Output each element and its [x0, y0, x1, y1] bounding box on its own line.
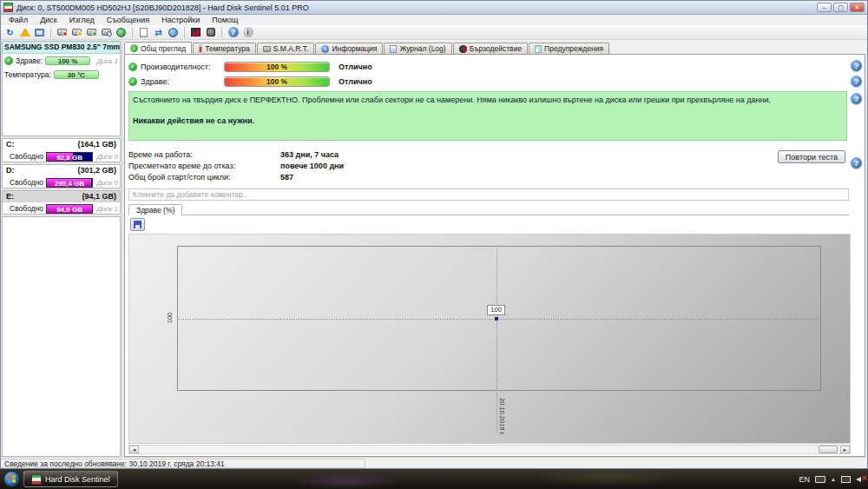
health-label: Здраве: — [141, 77, 220, 86]
device-health-label: Здраве: — [16, 56, 43, 65]
taskbar: Hard Disk Sentinel EN ▲ ✕ — [0, 469, 868, 489]
menu-bar: Файл Диск Изглед Съобщения Настройки Пом… — [1, 15, 867, 25]
monitor-icon[interactable] — [33, 26, 46, 38]
power-on-time-value: 363 дни, 7 часа — [280, 150, 339, 159]
health-history-chart[interactable]: 100 20.10.2019 г. 100 — [128, 234, 851, 444]
help-performance-icon[interactable]: ? — [851, 60, 862, 71]
device-card[interactable]: SAMSUNG SSD PM830 2.5" 7mm 128GB (1 ✓ Зд… — [2, 41, 121, 136]
save-icon — [134, 221, 141, 228]
scroll-thumb[interactable] — [819, 446, 838, 453]
performance-ok-icon: ✓ — [128, 63, 137, 71]
tab-performance[interactable]: Бързодействие — [453, 43, 528, 54]
help-icon[interactable]: ? — [227, 26, 240, 38]
volume-card-d[interactable]: D: (301,2 GB) Свободно 295,4 GB Диск 0 — [2, 164, 121, 188]
volume-card-c[interactable]: C: (164,1 GB) Свободно 92,8 GB Диск 0 — [2, 138, 121, 162]
toolbar: ↻ ⇄ ? i — [1, 25, 867, 40]
show-hidden-icons-arrow[interactable]: ▲ — [831, 477, 836, 482]
tab-overview[interactable]: ✓ Общ преглед — [124, 42, 192, 54]
performance-icon[interactable] — [189, 26, 202, 38]
report-icon[interactable] — [137, 26, 150, 38]
window-title: Диск: 0, ST500DM005 HD502HJ [S20BJ90D201… — [16, 3, 817, 12]
acoustic-icon[interactable] — [204, 26, 217, 38]
tab-information[interactable]: i Информация — [315, 43, 383, 54]
start-stop-count-label: Общ брой старт/стоп цикли: — [128, 173, 280, 182]
menu-file[interactable]: Файл — [3, 15, 34, 25]
volume-disk-tag: Диск 1 — [96, 205, 118, 213]
lifetime-remaining-value: повече 1000 дни — [280, 162, 344, 170]
performance-row: ✓ Производителност: 100 % Отлично — [128, 59, 861, 74]
language-indicator[interactable]: EN — [799, 475, 811, 484]
disk-test-icon[interactable] — [70, 26, 83, 38]
tab-smart[interactable]: S.M.A.R.T. — [257, 43, 315, 54]
toolbar-separator — [50, 27, 51, 38]
volume-card-e[interactable]: E: (94,1 GB) Свободно 94,0 GB Диск 1 — [2, 190, 121, 215]
volume-free-label: Свободно — [10, 204, 43, 213]
menu-settings[interactable]: Настройки — [155, 15, 206, 25]
menu-messages[interactable]: Съобщения — [101, 15, 155, 25]
minimize-button[interactable]: – — [817, 3, 832, 12]
chart-data-point — [495, 317, 498, 320]
toolbar-separator — [221, 27, 222, 38]
menu-disk[interactable]: Диск — [34, 15, 63, 25]
main-content: ✓ Общ преглед Температура S.M.A.R.T. i И… — [122, 40, 867, 457]
menu-view[interactable]: Изглед — [63, 15, 101, 25]
disk-error-icon[interactable] — [56, 26, 69, 38]
save-chart-button[interactable] — [130, 218, 145, 231]
keyboard-icon[interactable] — [815, 476, 825, 483]
volume-free-label: Свободно — [10, 178, 43, 187]
warning-icon[interactable] — [18, 26, 31, 38]
taskbar-app-button[interactable]: Hard Disk Sentinel — [23, 471, 118, 487]
status-action-text: Никакви действия не са нужни. — [133, 116, 843, 126]
alerts-icon — [535, 45, 542, 53]
network-disk-icon[interactable] — [115, 26, 128, 38]
info-icon[interactable]: i — [241, 26, 254, 38]
device-temp-label: Температура: — [4, 70, 51, 79]
lifetime-stats: Време на работа: 363 дни, 7 часа Пресмет… — [128, 149, 861, 187]
volume-disk-tag: Диск 0 — [96, 179, 118, 187]
volume-free-bar: 295,4 GB — [46, 178, 93, 188]
overview-check-icon: ✓ — [130, 44, 138, 52]
web-search-icon[interactable] — [167, 26, 180, 38]
performance-bar: 100 % — [224, 62, 330, 72]
close-button[interactable]: ✕ — [850, 3, 865, 12]
volume-muted-icon[interactable]: ✕ — [856, 475, 865, 483]
comment-input[interactable] — [128, 188, 849, 201]
smart-icon — [263, 46, 271, 52]
toolbar-separator — [184, 27, 185, 38]
volume-free-label: Свободно — [10, 152, 43, 161]
status-text: Състоянието на твърдия диск е ПЕРФЕКТНО.… — [133, 95, 843, 105]
tab-temperature[interactable]: Температура — [193, 43, 255, 54]
hard-disk-sentinel-icon — [31, 474, 42, 485]
device-name: SAMSUNG SSD PM830 2.5" 7mm 128GB (1 — [3, 42, 120, 54]
refresh-icon[interactable]: ↻ — [3, 26, 16, 38]
volume-size: (164,1 GB) — [77, 139, 116, 150]
volume-size: (94,1 GB) — [82, 191, 116, 202]
volume-size: (301,2 GB) — [77, 165, 116, 176]
scroll-left-arrow[interactable]: ◄ — [129, 446, 139, 453]
help-health-icon[interactable]: ? — [851, 76, 862, 87]
status-bar: Сведение за последно обновяване: 30.10.2… — [1, 457, 867, 468]
volume-letter: E: — [6, 191, 14, 202]
tab-log[interactable]: Журнал (Log) — [384, 43, 451, 54]
power-on-time-label: Време на работа: — [128, 150, 280, 159]
tab-alerts[interactable]: Предупреждения — [529, 43, 609, 54]
title-bar[interactable]: Диск: 0, ST500DM005 HD502HJ [S20BJ90D201… — [1, 1, 867, 15]
disk-ok-icon[interactable] — [85, 26, 98, 38]
start-stop-count-value: 587 — [280, 173, 293, 182]
menu-help[interactable]: Помощ — [206, 15, 244, 25]
tab-health-percent[interactable]: Здраве (%) — [128, 204, 182, 215]
health-ok-icon: ✓ — [4, 56, 13, 65]
help-status-icon[interactable]: ? — [851, 93, 862, 104]
sync-icon[interactable]: ⇄ — [152, 26, 165, 38]
volume-disk-tag: Диск 0 — [96, 153, 118, 161]
retest-button[interactable]: Повтори теста — [778, 150, 845, 163]
start-button[interactable] — [3, 471, 20, 487]
scroll-right-arrow[interactable]: ► — [840, 446, 850, 453]
performance-label: Производителност: — [141, 63, 220, 71]
lifetime-remaining-label: Пресметнато време до отказ: — [128, 162, 280, 170]
chart-horizontal-scrollbar[interactable]: ◄ ► — [128, 445, 851, 454]
disk-search-icon[interactable] — [100, 26, 113, 38]
maximize-button[interactable]: ▢ — [833, 3, 848, 12]
system-tray: EN ▲ ✕ — [799, 475, 865, 484]
network-icon[interactable] — [841, 476, 851, 483]
